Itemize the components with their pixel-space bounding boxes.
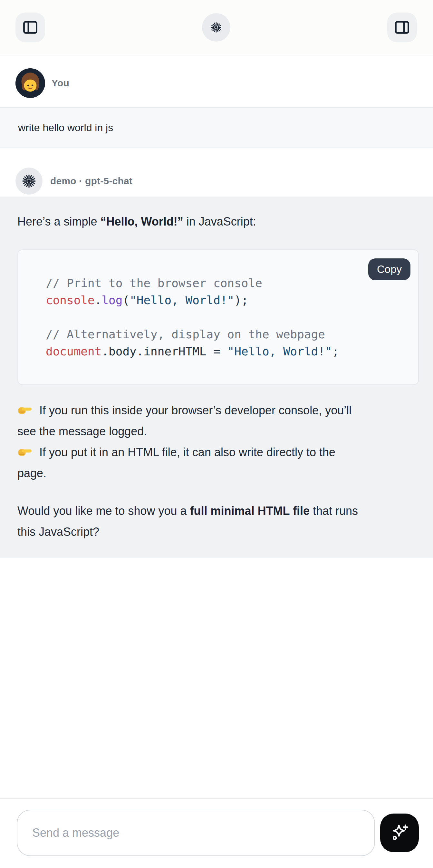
assistant-paragraph: If you put it in an HTML file, it can al… — [18, 442, 419, 484]
sidebar-toggle-button[interactable] — [16, 12, 45, 42]
user-author-row: You — [16, 68, 433, 98]
top-bar — [0, 0, 433, 55]
person-emoji-icon — [16, 68, 45, 98]
user-message-text: write hello world in js — [18, 122, 113, 134]
panel-left-icon — [22, 19, 39, 36]
code-line: console.log("Hello, World!"); — [46, 291, 405, 309]
right-panel-toggle-button[interactable] — [387, 12, 417, 42]
chat-app: You write hello world in js demo · g — [0, 0, 433, 868]
intro-bold-text: “Hello, World!” — [100, 215, 183, 228]
assistant-author-name: demo · gpt-5-chat — [50, 176, 132, 187]
code-content: // Print to the browser consoleconsole.l… — [46, 275, 405, 360]
user-author-name: You — [52, 78, 69, 89]
panel-right-icon — [394, 19, 410, 36]
code-line — [46, 309, 405, 326]
assistant-paragraph: Would you like me to show you a full min… — [18, 500, 419, 542]
code-line: // Print to the browser console — [46, 275, 405, 291]
pointing-right-icon — [18, 444, 32, 459]
starburst-avatar-icon — [16, 167, 42, 195]
pointing-right-icon — [18, 402, 32, 417]
starburst-icon — [208, 19, 225, 36]
code-line: document.body.innerHTML = "Hello, World!… — [46, 343, 405, 360]
code-line: // Alternatively, display on the webpage — [46, 326, 405, 343]
assistant-author-row: demo · gpt-5-chat — [16, 167, 433, 195]
assistant-intro: Here’s a simple “Hello, World!” in JavaS… — [18, 211, 419, 232]
assistant-paragraphs: If you run this inside your browser’s de… — [18, 400, 419, 542]
assistant-message: Here’s a simple “Hello, World!” in JavaS… — [0, 196, 433, 558]
assistant-avatar — [16, 167, 42, 195]
copy-button[interactable]: Copy — [368, 258, 410, 280]
empty-scroll-area — [0, 558, 433, 798]
message-input[interactable] — [17, 810, 375, 856]
composer-bar — [0, 798, 433, 868]
user-message: write hello world in js — [0, 107, 433, 148]
assistant-paragraph: If you run this inside your browser’s de… — [18, 400, 419, 442]
app-logo-badge — [202, 13, 230, 41]
sparkles-icon — [389, 823, 410, 843]
user-avatar — [16, 68, 45, 98]
code-block: Copy // Print to the browser consolecons… — [18, 249, 419, 385]
send-button[interactable] — [380, 813, 419, 852]
